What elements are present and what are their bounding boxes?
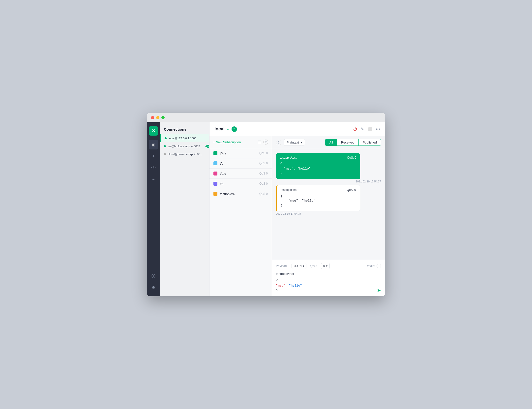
- app-logo: ✕: [149, 126, 158, 136]
- subscription-item-t-plus-a[interactable]: t/+/a QoS 0: [209, 148, 272, 158]
- sub-topic-label: t/+/a: [220, 151, 259, 155]
- new-subscription-button[interactable]: + New Subscription: [213, 140, 256, 144]
- subscription-item-t-d[interactable]: t/d QoS 0: [209, 179, 272, 189]
- published-qos: QoS: 0: [347, 156, 356, 159]
- published-message-header: testtopic/test QoS: 0: [280, 156, 356, 159]
- received-message: testtopic/test QoS: 0 { "msg": "hello"} …: [276, 185, 381, 215]
- sub-color-indicator: [213, 192, 217, 196]
- retain-toggle[interactable]: [377, 264, 381, 268]
- filter-icon[interactable]: ☰: [258, 140, 261, 144]
- payload-colon: :: [285, 284, 289, 288]
- sidebar: ✕ ⊞ + </> ≡ ⓘ ⚙: [147, 122, 160, 296]
- received-qos: QoS: 0: [347, 188, 356, 192]
- help-icon[interactable]: ?: [276, 140, 281, 145]
- help-circle-icon[interactable]: ?: [263, 140, 268, 145]
- sub-topic-label: t/d: [220, 182, 259, 186]
- published-message-bubble: testtopic/test QoS: 0 { "msg": "hello"}: [276, 153, 360, 179]
- payload-label: Payload:: [276, 264, 288, 268]
- publish-topic-input[interactable]: testtopic/test: [276, 271, 381, 277]
- messages-panel: ? Plaintext ▾ All Received Published: [272, 136, 385, 296]
- subscription-count-badge: 2: [232, 126, 237, 132]
- published-topic: testtopic/test: [280, 156, 296, 159]
- sub-color-indicator: [213, 151, 217, 155]
- traffic-lights: [151, 116, 165, 119]
- messages-list: testtopic/test QoS: 0 { "msg": "hello"} …: [272, 149, 385, 260]
- sidebar-item-add[interactable]: +: [149, 151, 158, 161]
- sub-color-indicator: [213, 182, 217, 186]
- received-message-time: 2021-02-19 17:54:37: [276, 212, 381, 215]
- sidebar-item-connections[interactable]: ⊞: [149, 140, 158, 149]
- sub-qos-label: QoS 0: [259, 182, 268, 185]
- retain-label: Retain:: [366, 264, 375, 268]
- retain-option: Retain:: [366, 264, 381, 268]
- format-label: Plaintext: [287, 141, 299, 144]
- filter-all-button[interactable]: All: [325, 139, 337, 146]
- sub-topic-label: t/b/c: [220, 172, 259, 175]
- app-window: ✕ ⊞ + </> ≡ ⓘ ⚙ Connections: [147, 113, 385, 296]
- titlebar: [147, 113, 385, 122]
- minimize-button[interactable]: [156, 116, 159, 119]
- main-content: ✕ ⊞ + </> ≡ ⓘ ⚙ Connections: [147, 122, 385, 296]
- connection-item-ws[interactable]: ws@broker.emqx.io:8083 SSL: [160, 142, 209, 150]
- connection-status-dot: [164, 145, 166, 147]
- qos-value: 0: [323, 264, 325, 268]
- chevron-down-icon[interactable]: ⌄: [227, 127, 230, 131]
- monitor-icon[interactable]: ⬜: [367, 127, 372, 131]
- connection-item-cloud[interactable]: cloud@broker.emqx.io:88...: [160, 150, 209, 158]
- sidebar-item-settings[interactable]: ⚙: [149, 283, 158, 292]
- send-button[interactable]: ➤: [377, 287, 381, 293]
- more-icon[interactable]: •••: [376, 127, 380, 131]
- connection-title-text: local: [214, 126, 225, 132]
- sidebar-item-scripts[interactable]: </>: [149, 163, 158, 172]
- sub-color-indicator: [213, 161, 217, 165]
- close-button[interactable]: [151, 116, 154, 119]
- sub-qos-label: QoS 0: [259, 162, 268, 165]
- messages-toolbar: ? Plaintext ▾ All Received Published: [272, 136, 385, 149]
- message-filter-buttons: All Received Published: [325, 139, 381, 146]
- connection-status-dot: [164, 153, 166, 155]
- qos-selector[interactable]: 0 ▾: [321, 263, 330, 269]
- received-topic: testtopic/test: [281, 188, 297, 192]
- sub-topic-label: testtopic/#: [220, 192, 259, 196]
- payload-format-selector[interactable]: JSON ▾: [292, 263, 306, 269]
- publish-actions: ➤: [377, 292, 381, 293]
- publish-bar: Payload: JSON ▾ QoS: 0 ▾ Retain: [272, 260, 385, 296]
- power-icon[interactable]: ⏻: [353, 127, 357, 131]
- log-icon: ≡: [152, 177, 154, 181]
- chevron-down-icon: ▾: [300, 141, 302, 144]
- subscription-item-t-b-c[interactable]: t/b/c QoS 0: [209, 169, 272, 179]
- connection-title: local ⌄ 2: [214, 126, 237, 132]
- settings-icon: ⚙: [152, 285, 155, 290]
- format-selector[interactable]: Plaintext ▾: [284, 139, 305, 146]
- payload-format-value: JSON: [294, 264, 302, 268]
- connection-name: ws@broker.emqx.io:8083: [168, 145, 200, 148]
- sub-topic-label: t/b: [220, 162, 259, 165]
- received-message-content: { "msg": "hello"}: [281, 194, 356, 208]
- topbar: local ⌄ 2 ⏻ ✎ ⬜ •••: [209, 122, 385, 136]
- publish-options: Payload: JSON ▾ QoS: 0 ▾ Retain: [276, 263, 381, 269]
- edit-icon[interactable]: ✎: [361, 127, 364, 131]
- qos-label: QoS:: [310, 264, 317, 268]
- connections-header: Connections: [160, 122, 209, 134]
- connection-item-local[interactable]: local@127.0.0.1:1883: [160, 134, 209, 142]
- code-icon: </>: [151, 166, 155, 169]
- subscriptions-header: + New Subscription ☰ ?: [209, 136, 272, 148]
- publish-payload-input[interactable]: { "msg": "hello" }: [276, 278, 377, 293]
- subscription-item-t-b[interactable]: t/b QoS 0: [209, 158, 272, 169]
- sidebar-item-log[interactable]: ≡: [149, 174, 158, 184]
- sub-qos-label: QoS 0: [259, 192, 268, 196]
- payload-line1: {: [276, 279, 278, 283]
- ssl-badge: SSL: [205, 145, 209, 148]
- logo-icon: ✕: [152, 128, 155, 134]
- published-message-content: { "msg": "hello"}: [280, 161, 356, 176]
- payload-key: "msg": [276, 284, 285, 288]
- filter-published-button[interactable]: Published: [358, 139, 381, 146]
- info-icon: ⓘ: [151, 274, 155, 279]
- payload-line3: }: [276, 289, 278, 292]
- connection-name: cloud@broker.emqx.io:88...: [168, 153, 203, 156]
- filter-received-button[interactable]: Received: [337, 139, 358, 146]
- maximize-button[interactable]: [161, 116, 165, 119]
- sidebar-item-info[interactable]: ⓘ: [149, 271, 158, 281]
- subscription-item-testtopic[interactable]: testtopic/# QoS 0: [209, 189, 272, 199]
- add-icon: +: [152, 153, 155, 159]
